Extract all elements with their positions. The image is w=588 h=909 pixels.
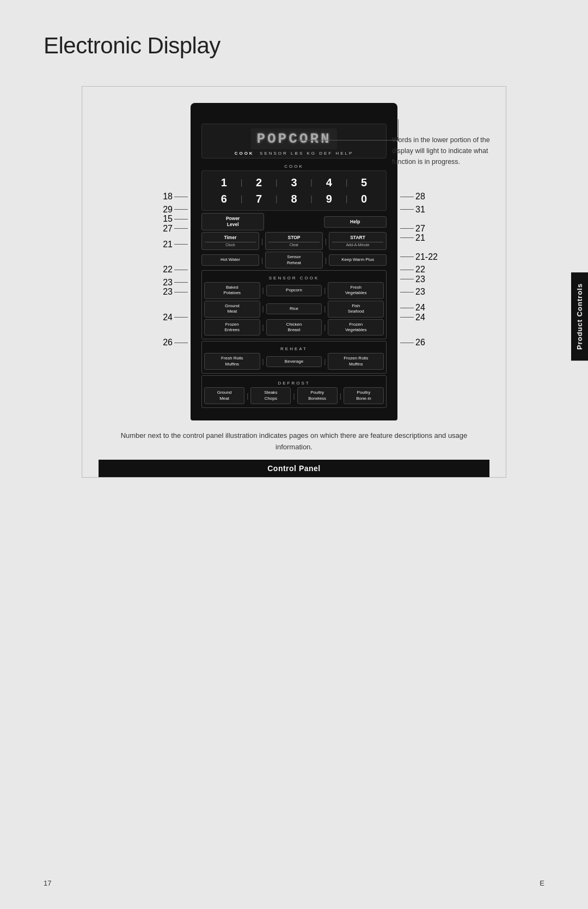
- rice-button[interactable]: Rice: [266, 303, 322, 314]
- cook-section-label: COOK: [201, 164, 387, 169]
- key-8[interactable]: 8: [278, 191, 311, 207]
- pipe-divider: |: [323, 305, 326, 313]
- key-5[interactable]: 5: [347, 174, 381, 191]
- fish-seafood-button[interactable]: FishSeafood: [328, 301, 384, 318]
- popcorn-button[interactable]: Popcorn: [266, 285, 322, 296]
- power-level-button[interactable]: PowerLevel: [201, 213, 264, 230]
- main-content: Words in the lower portion of the displa…: [0, 75, 588, 489]
- annot-21-right: 21: [400, 233, 425, 243]
- annot-num: 28: [415, 192, 425, 202]
- reheat-row1: Fresh RollsMuffins | Beverage | Frozen R…: [204, 353, 384, 370]
- popcorn-label: Popcorn: [270, 288, 319, 293]
- chicken-breast-button[interactable]: ChickenBreast: [266, 319, 322, 336]
- pipe-divider: |: [323, 358, 326, 365]
- sensor-cook-label: SENSOR COOK: [204, 276, 384, 280]
- control-panel: POPCORN COOK SENSOR LBS KG DEF HELP COOK…: [191, 103, 397, 420]
- stop-clear-button[interactable]: STOP Clear: [265, 232, 323, 250]
- beverage-button[interactable]: Beverage: [266, 356, 322, 367]
- annot-num: 23: [163, 278, 173, 288]
- annot-31-right: 31: [400, 205, 425, 215]
- panel-area: Words in the lower portion of the displa…: [99, 103, 489, 420]
- annot-line: [400, 279, 414, 279]
- baked-potatoes-button[interactable]: BakedPotatoes: [204, 282, 260, 299]
- sensor-reheat-label: SensorReheat: [268, 254, 320, 266]
- keep-warm-plus-button[interactable]: Keep Warm Plus: [329, 254, 387, 265]
- annot-line: [174, 343, 188, 343]
- frozen-rolls-muffins-button[interactable]: Frozen RollsMuffins: [328, 353, 384, 370]
- frozen-vegetables-button[interactable]: FrozenVegetables: [328, 319, 384, 336]
- reheat-section: REHEAT Fresh RollsMuffins | Beverage |: [201, 341, 387, 374]
- annot-line: [174, 209, 188, 210]
- poultry-boneless-label: PoultryBoneless: [301, 390, 334, 401]
- annot-num: 24: [415, 313, 425, 322]
- annot-23b-right: 23: [400, 287, 425, 297]
- annot-line: [174, 317, 188, 318]
- pipe-divider: |: [246, 392, 249, 400]
- annot-line: [400, 209, 414, 210]
- timer-clock-button[interactable]: Timer Clock: [201, 232, 259, 250]
- caption-description: Number next to the control panel illustr…: [99, 420, 489, 460]
- key-0[interactable]: 0: [347, 191, 381, 207]
- annot-num: 23: [415, 274, 425, 284]
- poultry-boneless-button[interactable]: PoultryBoneless: [297, 387, 338, 404]
- beverage-label: Beverage: [270, 359, 319, 364]
- display-digits: POPCORN: [251, 129, 336, 149]
- annot-line: [400, 237, 414, 238]
- annot-num: 26: [415, 338, 425, 347]
- annot-num: 22: [163, 265, 173, 274]
- annot-line: [174, 219, 188, 219]
- steaks-chops-button[interactable]: SteaksChops: [250, 387, 291, 404]
- annot-27-left: 27: [163, 224, 188, 234]
- fresh-vegetables-label: FreshVegetables: [331, 285, 381, 296]
- start-add-button[interactable]: START Add-A-Minute: [329, 232, 387, 250]
- frozen-entrees-button[interactable]: FrozenEntrees: [204, 319, 260, 336]
- sensor-reheat-button[interactable]: SensorReheat: [265, 252, 323, 269]
- frozen-rolls-label: Frozen RollsMuffins: [331, 356, 381, 367]
- annot-21-left: 21: [163, 240, 188, 249]
- key-7[interactable]: 7: [242, 191, 275, 207]
- annot-line: [400, 228, 414, 229]
- sensor-cook-section: SENSOR COOK BakedPotatoes | Popcorn |: [201, 270, 387, 339]
- key-1[interactable]: 1: [207, 174, 241, 191]
- callout-line: [298, 140, 399, 141]
- power-help-row: PowerLevel Help: [201, 213, 387, 230]
- poultry-bonein-button[interactable]: PoultryBone-in: [344, 387, 384, 404]
- annot-num: 27: [415, 224, 425, 234]
- side-tab: Product Controls: [571, 272, 588, 361]
- display-indicators: COOK SENSOR LBS KG DEF HELP: [207, 151, 381, 156]
- ground-meat-defrost-button[interactable]: GroundMeat: [204, 387, 244, 404]
- annot-28-right: 28: [400, 192, 425, 202]
- annot-line: [400, 197, 414, 197]
- key-9[interactable]: 9: [313, 191, 346, 207]
- caption-bar: Control Panel: [99, 460, 489, 477]
- help-button[interactable]: Help: [324, 216, 387, 228]
- key-6[interactable]: 6: [207, 191, 241, 207]
- defrost-section: DEFROST GroundMeat | SteaksChops | P: [201, 375, 387, 408]
- annot-22-left: 22: [163, 265, 188, 274]
- keep-warm-label: Keep Warm Plus: [332, 257, 383, 263]
- ground-meat-label: GroundMeat: [207, 303, 257, 315]
- help-label: Help: [327, 219, 383, 225]
- key-3[interactable]: 3: [278, 174, 311, 191]
- key-2[interactable]: 2: [242, 174, 275, 191]
- callout-vline: [398, 119, 399, 141]
- power-level-label: PowerLevel: [205, 216, 261, 228]
- annot-num: 21: [415, 233, 425, 243]
- annot-27-right: 27: [400, 224, 425, 234]
- hot-water-button[interactable]: Hot Water: [201, 254, 259, 265]
- rice-label: Rice: [270, 306, 319, 312]
- annot-15-left: 15: [163, 214, 188, 224]
- annot-line: [400, 317, 414, 318]
- annot-26-right: 26: [400, 338, 425, 347]
- annot-num: 24: [415, 303, 425, 313]
- annot-num: 21-22: [415, 252, 438, 262]
- display-callout: Words in the lower portion of the displa…: [392, 135, 498, 167]
- steaks-chops-label: SteaksChops: [254, 390, 287, 401]
- fresh-rolls-muffins-button[interactable]: Fresh RollsMuffins: [204, 353, 260, 370]
- panel-notch: [261, 111, 327, 121]
- fresh-vegetables-button[interactable]: FreshVegetables: [328, 282, 384, 299]
- ground-meat-button[interactable]: GroundMeat: [204, 301, 260, 318]
- annot-line: [174, 292, 188, 292]
- key-4[interactable]: 4: [313, 174, 346, 191]
- page-number: 17: [44, 879, 51, 887]
